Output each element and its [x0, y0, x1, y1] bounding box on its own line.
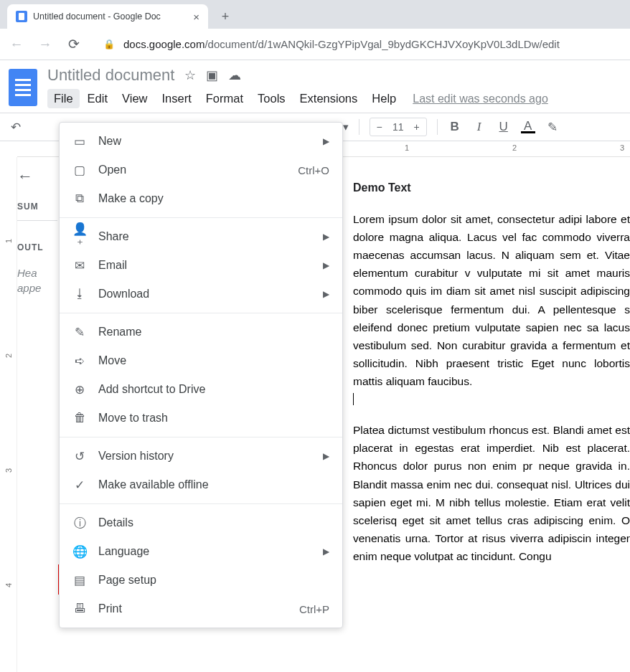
menu-item-label: Print: [98, 602, 288, 615]
menu-item-label: Make a copy: [98, 192, 329, 205]
rename-icon: ✎: [72, 325, 87, 340]
menu-item-rename[interactable]: ✎Rename: [60, 318, 342, 346]
title-row: Untitled document ☆ ▣ ☁: [47, 66, 621, 85]
menu-item-label: Page setup: [98, 574, 329, 587]
menu-item-open[interactable]: ▢OpenCtrl+O: [60, 156, 342, 184]
trash-icon: 🗑: [72, 411, 87, 425]
highlight-button[interactable]: ✎: [545, 120, 560, 135]
font-size-value[interactable]: 11: [389, 121, 408, 133]
menu-help[interactable]: Help: [365, 89, 403, 108]
print-icon: 🖶: [72, 602, 87, 616]
outline-collapse-icon[interactable]: ←: [17, 167, 33, 185]
menu-item-label: Open: [98, 164, 286, 176]
docs-header: Untitled document ☆ ▣ ☁ FileEditViewInse…: [0, 60, 630, 108]
lock-icon: 🔒: [103, 39, 115, 49]
menu-item-email[interactable]: ✉Email▶: [60, 251, 342, 280]
text-color-button[interactable]: A: [521, 121, 535, 133]
doc-heading[interactable]: Demo Text: [353, 181, 630, 194]
copy-icon: ⧉: [72, 191, 87, 206]
menu-item-print[interactable]: 🖶PrintCtrl+P: [60, 595, 342, 623]
underline-button[interactable]: U: [497, 120, 511, 134]
submenu-arrow-icon: ▶: [323, 546, 329, 557]
history-icon: ↺: [72, 449, 87, 464]
forward-button[interactable]: →: [36, 37, 55, 52]
menu-file[interactable]: File: [47, 89, 80, 108]
menu-item-label: Add shortcut to Drive: [98, 383, 329, 396]
font-size-control[interactable]: − 11 +: [370, 118, 427, 136]
url-path: /document/d/1wANQkil-GzgYPipVgal_9bydGKC…: [204, 38, 559, 50]
browser-nav-row: ← → ⟳ 🔒 docs.google.com/document/d/1wANQ…: [0, 29, 630, 60]
menu-item-label: Make available offline: [98, 478, 329, 491]
menu-item-move-to-trash[interactable]: 🗑Move to trash: [60, 404, 342, 432]
menu-separator: [60, 437, 342, 437]
submenu-arrow-icon: ▶: [323, 260, 329, 270]
menu-view[interactable]: View: [116, 89, 154, 108]
last-edit-link[interactable]: Last edit was seconds ago: [413, 93, 548, 105]
tab-title: Untitled document - Google Doc: [33, 11, 187, 22]
summary-heading: SUM: [17, 202, 57, 212]
menu-item-shortcut: Ctrl+P: [299, 603, 329, 615]
submenu-arrow-icon: ▶: [323, 136, 329, 146]
menu-item-label: Rename: [98, 326, 329, 339]
menu-item-add-shortcut-to-drive[interactable]: ⊕Add shortcut to Drive: [60, 375, 342, 404]
google-docs-logo[interactable]: [9, 69, 37, 106]
browser-tab[interactable]: Untitled document - Google Doc ×: [7, 4, 208, 29]
menu-item-language[interactable]: 🌐Language▶: [60, 537, 342, 566]
cloud-status-icon[interactable]: ☁: [228, 67, 241, 83]
submenu-arrow-icon: ▶: [323, 232, 329, 242]
offline-icon: ✓: [72, 478, 87, 493]
doc-paragraph[interactable]: Lorem ipsum dolor sit amet, consectetur …: [353, 210, 630, 408]
menu-item-label: Download: [98, 288, 311, 300]
menu-item-shortcut: Ctrl+O: [298, 164, 329, 176]
download-icon: ⭳: [72, 287, 87, 301]
outline-hint: Hea appe: [17, 265, 57, 295]
doc-paragraph[interactable]: Platea dictumst vestibulum rhoncus est. …: [353, 421, 630, 565]
globe-icon: 🌐: [72, 544, 87, 559]
menu-item-new[interactable]: ▭New▶: [60, 127, 342, 156]
menu-item-label: Move to trash: [98, 412, 329, 425]
star-icon[interactable]: ☆: [184, 67, 196, 83]
menu-format[interactable]: Format: [199, 89, 250, 108]
move-icon: ➪: [72, 354, 87, 369]
menu-item-share[interactable]: 👤⁺Share▶: [60, 222, 342, 251]
page-setup-icon: ▤: [72, 573, 87, 588]
vertical-ruler[interactable]: 1234: [0, 157, 17, 672]
menu-item-label: Version history: [98, 450, 311, 463]
info-icon: ⓘ: [72, 515, 87, 531]
menu-insert[interactable]: Insert: [156, 89, 198, 108]
drive-shortcut-icon: ⊕: [72, 382, 87, 397]
menu-edit[interactable]: Edit: [81, 89, 114, 108]
submenu-arrow-icon: ▶: [323, 451, 329, 461]
font-size-increase[interactable]: +: [408, 121, 426, 133]
file-plus-icon: ▭: [72, 134, 87, 149]
font-size-decrease[interactable]: −: [370, 121, 389, 133]
menu-item-label: Email: [98, 259, 311, 272]
move-folder-icon[interactable]: ▣: [206, 67, 218, 83]
menu-item-label: Details: [98, 516, 329, 529]
menu-item-make-a-copy[interactable]: ⧉Make a copy: [60, 184, 342, 213]
new-tab-button[interactable]: +: [215, 6, 235, 27]
menu-item-details[interactable]: ⓘDetails: [60, 508, 342, 537]
document-title[interactable]: Untitled document: [47, 66, 174, 85]
address-bar[interactable]: 🔒 docs.google.com/document/d/1wANQkil-Gz…: [93, 34, 623, 55]
submenu-arrow-icon: ▶: [323, 289, 329, 299]
menu-item-make-available-offline[interactable]: ✓Make available offline: [60, 470, 342, 499]
menu-extensions[interactable]: Extensions: [293, 89, 365, 108]
bold-button[interactable]: B: [448, 120, 462, 134]
italic-button[interactable]: I: [472, 120, 486, 134]
docs-favicon: [16, 11, 27, 22]
menu-item-move[interactable]: ➪Move: [60, 346, 342, 375]
menu-separator: [60, 217, 342, 218]
file-menu-dropdown: ▭New▶▢OpenCtrl+O⧉Make a copy👤⁺Share▶✉Ema…: [59, 122, 343, 628]
undo-button[interactable]: ↶: [9, 120, 23, 135]
menu-item-version-history[interactable]: ↺Version history▶: [60, 442, 342, 470]
browser-chrome: Untitled document - Google Doc × + ← → ⟳…: [0, 0, 630, 60]
menu-item-page-setup[interactable]: ▤Page setup: [60, 566, 342, 595]
menu-item-download[interactable]: ⭳Download▶: [60, 280, 342, 308]
text-cursor: [353, 393, 354, 405]
menu-separator: [60, 313, 342, 313]
menu-tools[interactable]: Tools: [251, 89, 292, 108]
back-button[interactable]: ←: [7, 37, 26, 52]
reload-button[interactable]: ⟳: [65, 36, 83, 52]
close-tab-icon[interactable]: ×: [193, 11, 199, 23]
